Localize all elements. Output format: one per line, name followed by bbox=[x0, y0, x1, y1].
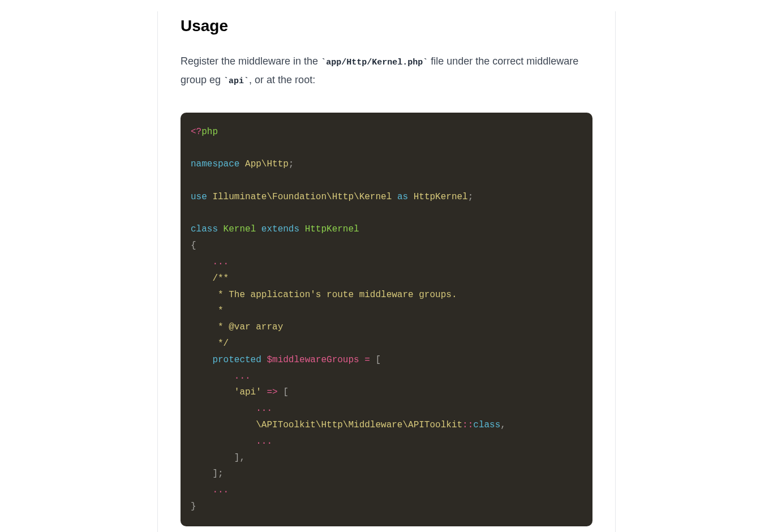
code-class-word: class bbox=[473, 420, 500, 430]
code-namespace-keyword: namespace bbox=[191, 159, 239, 169]
code-ellipsis-4: ... bbox=[191, 436, 272, 447]
description-text-3: , or at the root: bbox=[249, 74, 315, 85]
code-docblock-4: * @var array bbox=[191, 322, 283, 332]
code-namespace-name: App\Http bbox=[239, 159, 288, 169]
code-open-brace: { bbox=[191, 241, 196, 251]
code-protected-keyword: protected bbox=[191, 355, 261, 365]
code-open-bracket-2: [ bbox=[283, 387, 289, 397]
section-heading: Usage bbox=[181, 17, 592, 35]
code-use-path: Illuminate\Foundation\Http\Kernel bbox=[207, 192, 397, 202]
code-php-open-tag: <? bbox=[191, 127, 201, 137]
code-ellipsis-3: ... bbox=[191, 404, 272, 414]
code-as-keyword: as bbox=[397, 192, 408, 202]
code-semicolon-2: ; bbox=[468, 192, 474, 202]
code-comma: , bbox=[500, 420, 506, 430]
code-ellipsis-5: ... bbox=[191, 485, 229, 495]
code-class-keyword: class bbox=[191, 224, 218, 234]
inline-code-kernel-path: `app/Http/Kernel.php` bbox=[321, 58, 428, 67]
code-arrow: => bbox=[261, 387, 283, 397]
code-ellipsis-2: ... bbox=[191, 371, 251, 381]
code-variable: $middlewareGroups bbox=[261, 355, 359, 365]
inline-code-api: `api` bbox=[224, 76, 249, 86]
code-docblock-3: * bbox=[191, 306, 224, 316]
description-paragraph: Register the middleware in the `app/Http… bbox=[181, 52, 592, 90]
code-open-bracket-1: [ bbox=[375, 355, 381, 365]
code-docblock-2: * The application's route middleware gro… bbox=[191, 290, 457, 300]
code-equals: = bbox=[359, 355, 376, 365]
code-use-keyword: use bbox=[191, 192, 207, 202]
description-text-1: Register the middleware in the bbox=[181, 55, 321, 67]
code-double-colon: :: bbox=[462, 420, 473, 430]
code-ellipsis-1: ... bbox=[191, 257, 229, 267]
code-close-brace: } bbox=[191, 501, 196, 512]
code-block[interactable]: <?php namespace App\Http; use Illuminate… bbox=[181, 113, 592, 526]
code-class-reference: \APIToolkit\Http\Middleware\APIToolkit bbox=[191, 420, 462, 430]
code-parent-class: HttpKernel bbox=[299, 224, 359, 234]
content-wrapper: Usage Register the middleware in the `ap… bbox=[157, 11, 616, 532]
code-semicolon-1: ; bbox=[289, 159, 294, 169]
code-extends-keyword: extends bbox=[261, 224, 299, 234]
code-class-name: Kernel bbox=[218, 224, 261, 234]
code-api-key: 'api' bbox=[191, 387, 261, 397]
code-docblock-1: /** bbox=[191, 273, 229, 284]
code-close-bracket-2: ]; bbox=[191, 469, 224, 479]
code-php-keyword: php bbox=[201, 127, 218, 137]
code-close-bracket-1: ], bbox=[191, 453, 245, 463]
code-alias: HttpKernel bbox=[408, 192, 468, 202]
code-docblock-5: */ bbox=[191, 338, 229, 349]
